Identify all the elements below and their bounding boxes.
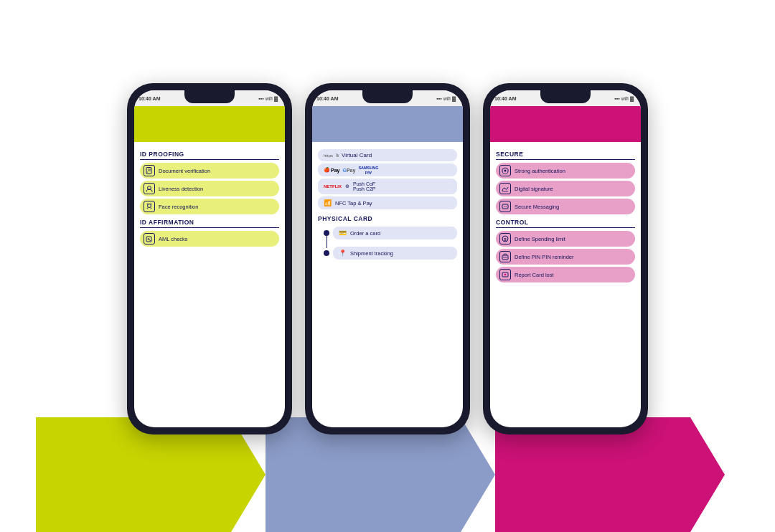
arrow-right	[495, 417, 725, 532]
svg-rect-7	[151, 204, 151, 204]
svg-point-11	[148, 239, 149, 240]
svg-point-20	[504, 257, 505, 257]
pin-reminder-label: Define PIN PIN reminder	[515, 254, 574, 260]
pay-logos-row: 🍎 Pay G Pay SAMSUNGpay	[318, 163, 457, 176]
svg-rect-15	[502, 204, 508, 209]
svg-rect-9	[151, 208, 151, 209]
svg-point-13	[504, 170, 507, 172]
svg-point-21	[506, 257, 507, 257]
card-lost-label: Report Card lost	[515, 272, 554, 278]
svg-point-3	[147, 172, 148, 173]
shipment-tracking-label: Shipment tracking	[350, 250, 393, 257]
secure-messaging-label: Secure Messaging	[515, 204, 559, 210]
apple-pay-label: Pay	[331, 168, 339, 173]
phone-right: 10:40 AM ▪▪▪ wifi ▓ SECURE Strong authen…	[483, 83, 648, 434]
wifi-icon-r: wifi	[621, 96, 629, 101]
timeline-line-1	[327, 234, 327, 248]
svg-text:$: $	[504, 237, 507, 242]
svg-line-12	[149, 240, 151, 242]
digital-signature-label: Digital signature	[515, 186, 553, 192]
list-item-pin-reminder[interactable]: Define PIN PIN reminder	[496, 249, 635, 265]
list-item-document-verification[interactable]: Document verification	[140, 163, 279, 179]
phone-center: 10:40 AM ▪▪▪ wifi ▓ https 🖱 Virtual Card	[305, 83, 470, 434]
google-pay-logo: G Pay	[342, 168, 355, 173]
list-item-spending-limit[interactable]: $ Define Spending limit	[496, 231, 635, 247]
push-cof-icon: ⊕	[345, 184, 349, 189]
netflix-icon: NETFLIX	[324, 184, 342, 189]
location-icon: 📍	[339, 250, 347, 257]
battery-icon-c: ▓	[452, 96, 456, 101]
liveness-icon	[144, 183, 155, 194]
section-title-control: CONTROL	[496, 219, 635, 228]
svg-rect-8	[147, 208, 148, 209]
pin-icon	[499, 251, 511, 262]
list-item-liveness[interactable]: Liveness detection	[140, 181, 279, 196]
netflix-push-item[interactable]: NETFLIX ⊕ Push CoFPush C2P	[318, 179, 457, 194]
order-card-label: Order a card	[350, 230, 380, 237]
liveness-detection-label: Liveness detection	[159, 186, 203, 192]
status-icons-center: ▪▪▪ wifi ▓	[436, 96, 456, 101]
https-icon: https	[324, 153, 333, 158]
phone-notch-right	[540, 90, 591, 103]
phone-content-left: ID PROOFING Document verification Livene…	[134, 142, 285, 427]
list-item-secure-messaging[interactable]: Secure Messaging	[496, 199, 635, 214]
signal-icon: ▪▪▪	[258, 96, 263, 101]
card-icon: 💳	[339, 229, 347, 237]
arrow-left	[36, 417, 266, 532]
status-time-right: 10:40 AM	[494, 96, 516, 101]
list-item-strong-auth[interactable]: Strong authentication	[496, 163, 635, 179]
list-item-aml[interactable]: AML checks	[140, 231, 279, 247]
svg-point-19	[503, 257, 504, 257]
wifi-icon: wifi	[266, 96, 273, 101]
google-pay-label: Pay	[347, 168, 355, 173]
virtual-card-label: Virtual Card	[342, 152, 372, 158]
aml-icon	[144, 233, 155, 244]
status-time-center: 10:40 AM	[316, 96, 338, 101]
battery-icon-r: ▓	[630, 96, 634, 101]
section-title-id-affirmation: ID AFFIRMATION	[140, 219, 279, 228]
document-icon	[144, 165, 155, 176]
list-item-digital-signature[interactable]: Digital signature	[496, 181, 635, 196]
digital-sig-icon	[499, 183, 511, 194]
strong-auth-label: Strong authentication	[515, 168, 565, 174]
list-item-card-lost[interactable]: Report Card lost	[496, 267, 635, 282]
status-icons-right: ▪▪▪ wifi ▓	[614, 96, 634, 101]
signal-icon-c: ▪▪▪	[436, 96, 441, 101]
phone-inner-right: 10:40 AM ▪▪▪ wifi ▓ SECURE Strong authen…	[490, 90, 641, 427]
document-verification-label: Document verification	[159, 168, 210, 174]
virtual-card-item[interactable]: https 🖱 Virtual Card	[318, 149, 457, 161]
nfc-item[interactable]: 📶 NFC Tap & Pay	[318, 196, 457, 209]
spending-limit-label: Define Spending limit	[515, 236, 565, 242]
nfc-icon: 📶	[324, 199, 332, 206]
phone-inner-center: 10:40 AM ▪▪▪ wifi ▓ https 🖱 Virtual Card	[312, 90, 463, 427]
apple-pay-logo: 🍎 Pay	[324, 167, 339, 173]
phone-header-center	[312, 106, 463, 142]
section-title-id-proofing: ID PROOFING	[140, 151, 279, 160]
wifi-icon-c: wifi	[443, 96, 451, 101]
arrow-center	[266, 417, 495, 532]
phone-notch-left	[184, 90, 235, 103]
timeline-item-shipment: 📍 Shipment tracking	[324, 247, 457, 260]
phone-header-left	[134, 106, 285, 142]
phone-notch-center	[362, 90, 413, 103]
physical-card-title: PHYSICAL CARD	[318, 215, 457, 224]
svg-rect-6	[147, 204, 148, 204]
apple-icon: 🍎	[324, 167, 330, 173]
shipment-tracking-item[interactable]: 📍 Shipment tracking	[333, 247, 457, 260]
list-item-face-recognition[interactable]: Face recognition	[140, 199, 279, 214]
phones-container: 10:40 AM ▪▪▪ wifi ▓ ID PROOFING Document…	[127, 83, 648, 434]
phone-content-right: SECURE Strong authentication Digital sig…	[490, 142, 641, 427]
push-text: Push CoFPush C2P	[353, 181, 376, 191]
order-card-item[interactable]: 💳 Order a card	[333, 227, 457, 239]
phone-content-center: https 🖱 Virtual Card 🍎 Pay G Pay S	[312, 142, 463, 427]
face-recognition-icon	[144, 201, 155, 212]
strong-auth-icon	[499, 165, 511, 176]
timeline-item-order: 💳 Order a card	[324, 227, 457, 239]
battery-icon: ▓	[274, 96, 278, 101]
nfc-label: NFC Tap & Pay	[335, 200, 372, 206]
face-recognition-label: Face recognition	[159, 204, 198, 210]
card-lost-icon	[499, 269, 511, 280]
secure-msg-icon	[499, 201, 511, 212]
aml-checks-label: AML checks	[159, 236, 188, 242]
samsung-pay-logo: SAMSUNGpay	[358, 166, 378, 174]
